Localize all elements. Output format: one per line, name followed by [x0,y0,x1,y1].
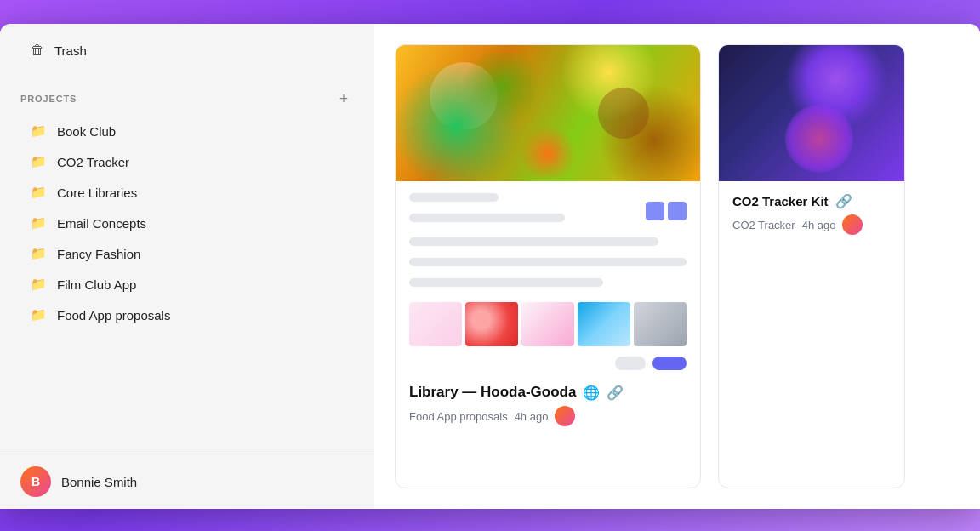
thumbnail [521,302,574,346]
food-image [396,45,700,181]
user-name: Bonnie Smith [61,475,137,489]
project-name: CO2 Tracker [57,155,129,169]
globe-icon: 🌐 [583,385,600,401]
thumbnail [409,302,462,346]
card-meta: CO2 Tracker 4h ago [732,214,891,235]
skeleton-square [646,202,664,220]
card-meta: Food App proposals 4h ago [409,406,687,426]
skeleton-buttons [646,202,687,220]
thumbnail-grid [409,302,687,346]
sidebar-item-book-club[interactable]: 📁 Book Club [20,116,354,146]
meta-avatar [555,406,575,426]
card-image [396,45,700,181]
co2-image [719,45,904,181]
folder-icon: 📁 [31,277,47,292]
projects-header: PROJECTS + [20,88,354,109]
card-co2-tracker: CO2 Tracker Kit 🔗 CO2 Tracker 4h ago [718,44,905,488]
thumbnail [634,302,687,346]
folder-icon: 📁 [31,307,47,323]
card-body-partial: CO2 Tracker Kit 🔗 CO2 Tracker 4h ago [719,181,904,243]
folder-icon: 📁 [31,246,47,261]
skeleton-line [409,278,603,287]
card-footer: Library — Hooda-Gooda 🌐 🔗 Food App propo… [396,384,700,438]
card-skeleton-header [409,193,687,229]
project-name: Core Libraries [57,186,137,200]
trash-label: Trash [54,43,87,58]
card-body [396,181,700,384]
sidebar-item-co2-tracker[interactable]: 📁 CO2 Tracker [20,146,354,177]
sidebar-top: 🗑 Trash [0,24,374,73]
card-image [719,45,904,181]
projects-section: PROJECTS + 📁 Book Club 📁 CO2 Tracker 📁 C… [0,73,374,330]
skeleton-group [409,193,632,229]
card-title: Library — Hooda-Gooda [409,384,576,401]
skeleton-line [409,258,687,266]
meta-avatar [842,214,863,235]
project-name: Email Concepts [57,216,146,231]
sidebar: 🗑 Trash PROJECTS + 📁 Book Club 📁 CO2 Tra… [0,24,374,509]
link-icon: 🔗 [607,385,624,401]
thumbnail [465,302,518,346]
main-content: Library — Hooda-Gooda 🌐 🔗 Food App propo… [374,24,980,509]
card-title-row: CO2 Tracker Kit 🔗 [732,193,891,209]
avatar: B [20,466,51,497]
sidebar-item-fancy-fashion[interactable]: 📁 Fancy Fashion [20,238,354,269]
project-name: Book Club [57,124,116,139]
sidebar-item-food-app-proposals[interactable]: 📁 Food App proposals [20,300,354,330]
skeleton-line [409,193,499,202]
add-project-button[interactable]: + [333,88,354,109]
sidebar-footer: B Bonnie Smith [0,454,374,509]
card-time: 4h ago [802,219,836,231]
trash-icon: 🗑 [31,43,44,58]
project-name: Food App proposals [57,308,170,323]
folder-icon: 📁 [31,185,47,200]
projects-title: PROJECTS [20,94,77,104]
ghost-button[interactable] [615,357,646,370]
card-action-row [409,357,687,370]
project-name: Film Club App [57,277,136,292]
card-library-hooda-gooda: Library — Hooda-Gooda 🌐 🔗 Food App propo… [395,44,701,488]
primary-button[interactable] [652,357,687,370]
folder-icon: 📁 [31,154,47,169]
card-project: Food App proposals [409,410,508,423]
folder-icon: 📁 [31,123,47,139]
link-icon: 🔗 [835,193,852,209]
skeleton-line [409,237,658,246]
card-title-row: Library — Hooda-Gooda 🌐 🔗 [409,384,687,401]
card-title: CO2 Tracker Kit [732,194,829,208]
food-decor [396,45,700,181]
sidebar-item-core-libraries[interactable]: 📁 Core Libraries [20,177,354,208]
skeleton-line [409,214,565,222]
card-time: 4h ago [515,410,549,423]
project-name: Fancy Fashion [57,247,140,261]
sidebar-item-email-concepts[interactable]: 📁 Email Concepts [20,208,354,238]
skeleton-lines [409,237,687,294]
sidebar-item-film-club-app[interactable]: 📁 Film Club App [20,269,354,300]
card-project: CO2 Tracker [732,219,795,231]
trash-item[interactable]: 🗑 Trash [20,36,354,65]
folder-icon: 📁 [31,215,47,231]
skeleton-square [668,202,687,220]
thumbnail [578,302,630,346]
